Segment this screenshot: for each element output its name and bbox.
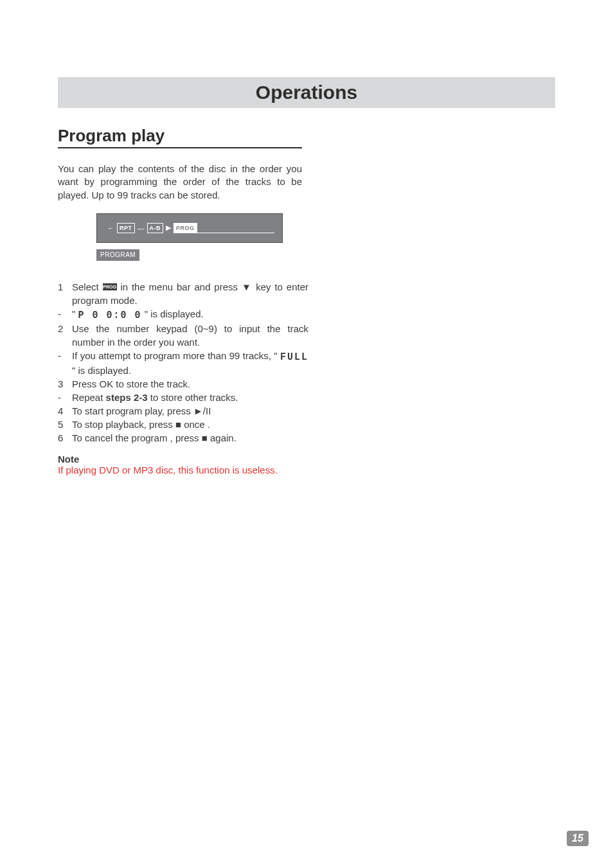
segment-display-text: P 0 0:0 0 (78, 307, 142, 323)
step-number: 2 (58, 322, 72, 349)
stop-icon: ■ (202, 432, 208, 443)
note-heading: Note (58, 454, 555, 465)
segment-display-text: FULL (280, 349, 308, 364)
step-body: If you attempt to program more than 99 t… (72, 349, 308, 377)
play-pause-icon: ►/II (193, 405, 211, 416)
text: Select (72, 281, 103, 292)
text: to store other tracks. (150, 392, 238, 403)
step-2: 2 Use the number keypad (0~9) to input t… (58, 322, 308, 349)
step-5: 5 To stop playback, press ■ once . (58, 418, 308, 431)
step-repeat: - Repeat steps 2-3 to store other tracks… (58, 391, 308, 404)
bold-text: steps 2-3 (106, 392, 148, 403)
text: Repeat (72, 392, 106, 403)
text: To stop playback, press (72, 419, 175, 430)
step-full: - If you attempt to program more than 99… (58, 349, 308, 377)
page-title: Operations (256, 82, 357, 103)
diagram: ← RPT — A-B ▶ PROG PROGRAM (96, 213, 555, 261)
section-heading: Program play (58, 126, 302, 148)
text: To start program play, press (72, 405, 193, 416)
step-body: Repeat steps 2-3 to store other tracks. (72, 391, 308, 404)
text: " is displayed. (72, 365, 131, 376)
chip-ab: A-B (147, 223, 164, 233)
step-6: 6 To cancel the program , press ■ again. (58, 431, 308, 445)
step-body: To start program play, press ►/II (72, 404, 308, 418)
step-4: 4 To start program play, press ►/II (58, 404, 308, 418)
step-body: Press OK to store the track. (72, 377, 308, 391)
step-body: " P 0 0:0 0 " is displayed. (72, 307, 308, 322)
text: To cancel the program , press (72, 432, 202, 443)
chip-rpt: RPT (117, 223, 135, 233)
step-body: Use the number keypad (0~9) to input the… (72, 322, 308, 349)
step-number: 5 (58, 418, 72, 431)
chip-prog: PROG (173, 223, 197, 233)
diagram-underline (193, 233, 274, 233)
step-dash: - (58, 307, 72, 322)
note-body: If playing DVD or MP3 disc, this functio… (58, 465, 308, 475)
menu-bar-diagram: ← RPT — A-B ▶ PROG (96, 213, 283, 243)
step-body: To cancel the program , press ■ again. (72, 431, 308, 445)
step-number: 4 (58, 404, 72, 418)
step-body: Select PROG in the menu bar and press ▼ … (72, 280, 308, 307)
arrow-right-icon: ▶ (166, 224, 171, 232)
title-bar: Operations (58, 77, 555, 108)
step-number: 6 (58, 431, 72, 445)
step-dash: - (58, 391, 72, 404)
step-display-p0000: - " P 0 0:0 0 " is displayed. (58, 307, 308, 322)
step-body: To stop playback, press ■ once . (72, 418, 308, 431)
arrow-left-icon: ← (107, 224, 114, 232)
step-number: 1 (58, 280, 72, 307)
text: once . (184, 419, 210, 430)
step-3: 3 Press OK to store the track. (58, 377, 308, 391)
text: " is displayed. (145, 308, 204, 319)
page-number: 15 (567, 831, 589, 846)
text: again. (210, 432, 236, 443)
intro-paragraph: You can play the contents of the disc in… (58, 163, 302, 202)
page: Operations Program play You can play the… (0, 0, 613, 868)
text: in the menu bar and press (120, 281, 238, 292)
steps-list: 1 Select PROG in the menu bar and press … (58, 280, 308, 445)
stop-icon: ■ (175, 419, 181, 430)
connector-icon: — (138, 224, 145, 232)
text: If you attempt to program more than 99 t… (72, 350, 280, 361)
step-1: 1 Select PROG in the menu bar and press … (58, 280, 308, 307)
text: " (72, 308, 78, 319)
step-number: 3 (58, 377, 72, 391)
down-arrow-icon: ▼ (242, 281, 253, 292)
chip-program-label: PROGRAM (96, 249, 139, 261)
prog-icon: PROG (103, 283, 117, 290)
step-dash: - (58, 349, 72, 377)
